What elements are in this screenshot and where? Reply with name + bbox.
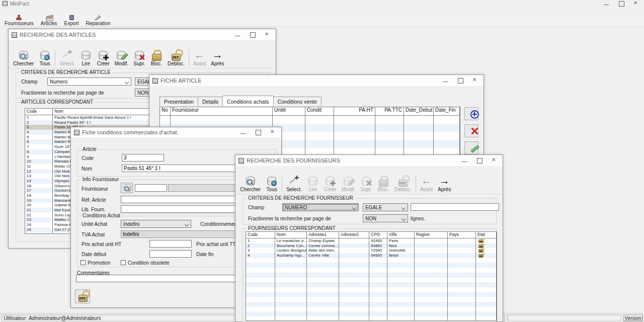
champ-select[interactable]: NUMERO — [282, 203, 359, 211]
unite-achat-select[interactable]: Indefini — [121, 220, 191, 228]
titlebar[interactable]: FICHE ARTICLE — [149, 75, 484, 86]
tva-achat-label: TVA Achat — [82, 232, 105, 237]
supplier-search-button[interactable] — [121, 183, 133, 193]
add-row-button[interactable] — [464, 107, 478, 120]
empty-table-row — [246, 258, 497, 263]
toolbar-button[interactable]: Après — [208, 49, 226, 66]
maximize-button[interactable] — [255, 129, 261, 135]
toolbar-button[interactable]: Bloc. — [148, 49, 165, 66]
table-row[interactable]: 1Le maraicher e...Champ Elysée92450Paris — [246, 238, 497, 244]
maximize-button[interactable] — [476, 157, 482, 164]
titlebar[interactable]: RECHERCHE DES ARTICLES — [9, 29, 276, 40]
column-header[interactable]: Unité — [273, 107, 305, 115]
column-header[interactable]: Etat — [476, 232, 497, 238]
titlebar[interactable]: RECHERCHE DES FOURNISSEURS — [235, 155, 503, 166]
column-header[interactable]: Code — [246, 232, 275, 238]
close-button[interactable] — [270, 129, 276, 135]
column-header[interactable]: Nom — [275, 232, 307, 238]
unlock-button[interactable] — [75, 289, 90, 303]
main-titlebar[interactable]: MiniFact — [0, 0, 644, 7]
toolbar-button[interactable]: Select. — [55, 49, 77, 66]
table-cell: Auchamp hyp... — [275, 253, 307, 258]
table-cell — [369, 258, 387, 263]
column-header[interactable]: CPO — [369, 232, 387, 238]
column-header[interactable]: No — [160, 107, 171, 115]
suppliers-results-table[interactable]: CodeNomAdresse1Adresse2CPOVilleRegionPay… — [246, 231, 497, 321]
table-row[interactable]: 4Auchamp hyp...Centre Ville64500Brest — [246, 253, 497, 258]
toolbar-button[interactable]: Lire — [77, 49, 95, 66]
column-header[interactable]: Nom — [53, 109, 156, 115]
column-header[interactable]: Date_Debut — [404, 107, 434, 115]
table-cell: 2 — [25, 120, 53, 125]
toolbar-button[interactable]: Modif. — [112, 49, 131, 66]
operator-select[interactable]: EGALE — [363, 203, 408, 211]
toolbar-button[interactable]: Supr. — [358, 175, 375, 192]
main-toolbar-button[interactable]: Reparation — [84, 15, 113, 26]
table-row[interactable]: 2Boucherie Con...Centre comme...54850Nic… — [246, 244, 497, 249]
maximize-button[interactable] — [250, 32, 256, 38]
main-toolbar-button[interactable]: Export — [62, 15, 82, 26]
toolbar-button[interactable]: Avant — [189, 49, 208, 66]
close-button[interactable] — [492, 157, 498, 164]
toolbar-button[interactable]: Chercher — [11, 49, 36, 66]
promotion-checkbox[interactable] — [80, 260, 86, 265]
tab[interactable]: Details — [198, 97, 223, 106]
toolbar-button[interactable]: Modif. — [339, 175, 358, 192]
toolbar-button[interactable]: Supr. — [131, 49, 148, 66]
column-header[interactable]: Pays — [448, 232, 476, 238]
minimize-button[interactable] — [442, 77, 448, 84]
column-header[interactable]: PA.TTC — [375, 107, 404, 115]
column-header[interactable]: Fournisseur — [171, 107, 273, 115]
toolbar-button[interactable]: Chercher — [237, 175, 263, 192]
toolbar-button[interactable]: Lire — [304, 175, 321, 192]
minimize-button[interactable] — [234, 32, 240, 38]
toolbar-button[interactable]: Créer — [321, 175, 339, 192]
minimize-button[interactable] — [603, 1, 609, 7]
minimize-button[interactable] — [461, 157, 467, 164]
edit-row-button[interactable] — [464, 141, 478, 154]
toolbar-button[interactable]: Créer — [95, 49, 112, 66]
column-header[interactable]: Ville — [387, 232, 415, 238]
lib-fourn-label: Lib. Fourn. — [82, 207, 106, 212]
toolbar-button[interactable]: Tous — [36, 49, 53, 66]
maximize-button[interactable] — [457, 77, 463, 84]
condition-obsolete-checkbox[interactable] — [121, 260, 126, 265]
main-toolbar-button[interactable]: Fournisseurs — [2, 15, 36, 26]
close-button[interactable] — [265, 32, 271, 38]
toolbar-button[interactable]: Bloc. — [375, 175, 392, 192]
column-header[interactable]: Region — [415, 232, 448, 238]
column-header[interactable]: PA.HT — [334, 107, 375, 115]
table-row[interactable]: 1Pacific Ricard Apéritif Anisé Sans Alco… — [25, 115, 156, 120]
column-header[interactable]: Date_Fin — [434, 107, 460, 115]
column-header[interactable]: Adresse2 — [339, 232, 369, 238]
champ-select[interactable]: Numero — [47, 77, 131, 86]
toolbar-button[interactable]: Debloc. — [392, 175, 414, 192]
toolbar-button[interactable]: Après — [435, 175, 453, 192]
supplier-code-field[interactable] — [135, 184, 167, 192]
date-debut-field[interactable] — [149, 250, 192, 258]
toolbar-button[interactable]: Avant — [416, 175, 435, 192]
column-header[interactable]: Code — [25, 109, 53, 115]
minimize-button[interactable] — [240, 129, 246, 135]
close-button[interactable] — [472, 77, 478, 84]
tab[interactable]: Conditions vente — [273, 97, 321, 106]
restore-button[interactable] — [618, 1, 624, 7]
main-toolbar-button[interactable]: Articles — [38, 15, 60, 26]
toolbar-button[interactable]: Debloc. — [165, 49, 187, 66]
table-row[interactable]: 2Ricard Pastis 45° 1 l — [25, 120, 156, 125]
toolbar-button[interactable]: Tous — [263, 175, 280, 192]
column-header[interactable]: Adresse1 — [307, 232, 339, 238]
version-button[interactable]: Version — [623, 314, 643, 321]
code-field[interactable] — [122, 154, 164, 162]
table-row[interactable]: 3Leclerc BoulgourAllée des mim...72540Gr… — [246, 248, 497, 253]
tab[interactable]: Presentation — [159, 97, 198, 106]
prix-ht-field[interactable] — [149, 240, 192, 248]
search-value-input[interactable] — [411, 203, 499, 211]
paging-select[interactable]: NON — [363, 214, 408, 222]
toolbar-button[interactable]: Select. — [282, 175, 304, 192]
delete-row-button[interactable] — [464, 124, 478, 137]
close-button[interactable] — [633, 1, 639, 7]
column-header[interactable]: Condit — [305, 107, 334, 115]
titlebar[interactable]: Fiche conditions commerciales d'achat. — [71, 127, 281, 137]
tab[interactable]: Conditions achats — [222, 96, 273, 106]
